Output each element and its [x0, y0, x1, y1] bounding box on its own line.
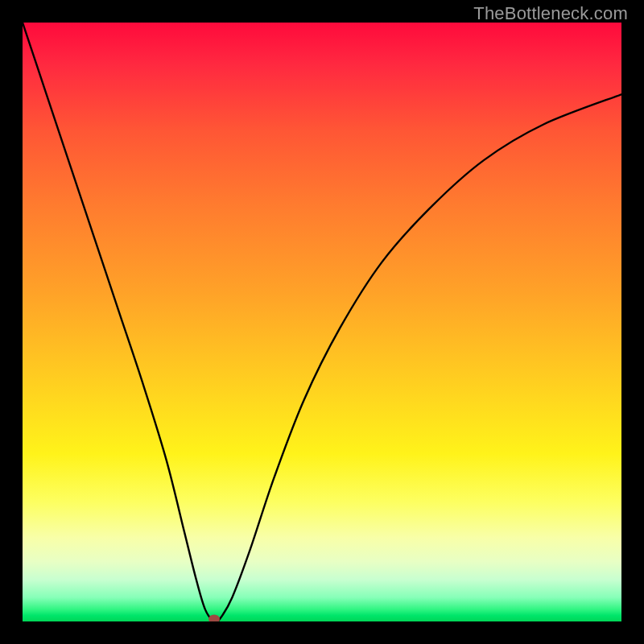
watermark-text: TheBottleneck.com	[473, 3, 628, 24]
chart-frame: TheBottleneck.com	[0, 0, 644, 644]
optimal-point-marker	[208, 615, 220, 622]
plot-area	[23, 23, 621, 621]
curve-layer	[23, 23, 621, 621]
bottleneck-curve-path	[23, 23, 621, 621]
